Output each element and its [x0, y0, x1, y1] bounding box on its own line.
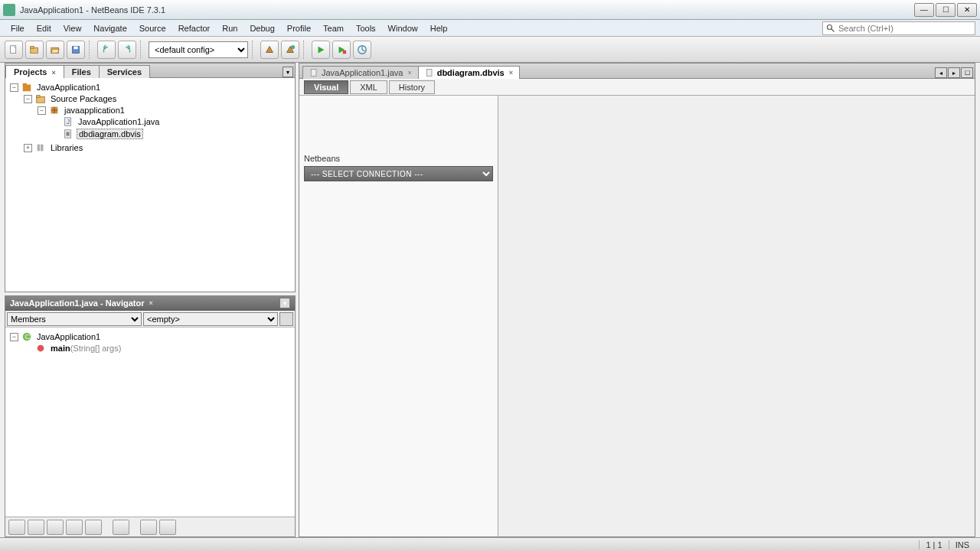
editor-next-button[interactable]: ▸ — [948, 67, 960, 78]
menu-source[interactable]: Source — [133, 21, 172, 35]
java-file-icon: J — [63, 116, 74, 127]
navigator-filter-button[interactable] — [279, 312, 293, 326]
navigator-header: JavaApplication1.java - Navigator × ▾ — [5, 296, 295, 311]
nav-filter-button-3[interactable] — [47, 520, 64, 535]
menu-file[interactable]: File — [5, 21, 31, 35]
svg-point-26 — [38, 345, 44, 352]
build-button[interactable] — [260, 41, 279, 59]
menu-window[interactable]: Window — [382, 21, 424, 35]
menu-bar: File Edit View Navigate Source Refactor … — [0, 20, 980, 37]
projects-panel: Projects× Files Services ▾ − JavaApplica… — [5, 63, 296, 292]
diagram-canvas[interactable] — [498, 96, 975, 536]
class-node[interactable]: − C JavaApplication1 main(String[] args) — [10, 331, 292, 355]
new-project-button[interactable] — [25, 41, 44, 59]
method-node[interactable]: main(String[] args) — [24, 342, 292, 354]
window-title: JavaApplication1 - NetBeans IDE 7.3.1 — [20, 5, 914, 15]
svg-text:J: J — [66, 117, 70, 126]
tab-files[interactable]: Files — [64, 65, 100, 78]
app-icon — [3, 4, 15, 16]
editor-area: JavaApplication1.java × dbdiagram.dbvis … — [299, 63, 975, 537]
close-button[interactable]: ✕ — [957, 3, 977, 17]
menu-run[interactable]: Run — [216, 21, 243, 35]
projects-tree[interactable]: − JavaApplication1 − Source Packages − — [5, 78, 295, 292]
editor-tab-dbvis[interactable]: dbdiagram.dbvis × — [418, 66, 520, 79]
nav-filter-button-5[interactable] — [85, 520, 102, 535]
close-icon[interactable]: × — [509, 69, 513, 77]
nav-filter-button-4[interactable] — [66, 520, 83, 535]
folder-icon — [35, 93, 46, 104]
nav-filter-button-2[interactable] — [28, 520, 44, 535]
libraries-node[interactable]: + Libraries — [24, 142, 292, 154]
editor-maximize-button[interactable]: ☐ — [961, 67, 973, 78]
cursor-position: 1 | 1 — [919, 540, 948, 549]
nav-filter-button-1[interactable] — [8, 520, 25, 535]
minimize-button[interactable]: — — [914, 3, 934, 17]
dbvis-file-icon — [63, 129, 74, 139]
clean-build-button[interactable] — [281, 41, 299, 59]
run-button[interactable] — [312, 41, 330, 59]
panel-minimize-button[interactable]: ▾ — [283, 67, 293, 77]
project-node[interactable]: − JavaApplication1 − Source Packages − — [10, 81, 292, 155]
svg-point-8 — [291, 44, 295, 48]
sub-tab-history[interactable]: History — [389, 80, 435, 94]
sub-tab-visual[interactable]: Visual — [304, 80, 348, 94]
svg-point-0 — [828, 24, 832, 29]
navigator-tree[interactable]: − C JavaApplication1 main(String[] args) — [5, 328, 295, 517]
class-icon: C — [21, 331, 32, 342]
sub-tab-xml[interactable]: XML — [350, 80, 387, 94]
menu-help[interactable]: Help — [424, 21, 454, 35]
insert-mode[interactable]: INS — [949, 540, 975, 549]
dbvis-file-node[interactable]: dbdiagram.dbvis — [51, 128, 292, 140]
profile-button[interactable] — [353, 41, 371, 59]
connection-select[interactable]: --- SELECT CONNECTION --- — [304, 166, 493, 181]
source-packages-node[interactable]: − Source Packages − javaapplication1 — [24, 93, 292, 142]
collapse-icon[interactable]: − — [24, 95, 32, 103]
editor-body: Netbeans --- SELECT CONNECTION --- — [299, 96, 975, 536]
quick-search[interactable] — [822, 21, 975, 35]
nav-filter-button-8[interactable] — [159, 520, 176, 535]
method-icon — [35, 343, 46, 354]
maximize-button[interactable]: ☐ — [936, 3, 956, 17]
java-file-node[interactable]: J JavaApplication1.java — [51, 116, 292, 128]
svg-rect-2 — [11, 45, 16, 53]
menu-debug[interactable]: Debug — [243, 21, 280, 35]
debug-button[interactable] — [332, 41, 351, 59]
tab-services[interactable]: Services — [99, 65, 150, 78]
tab-projects[interactable]: Projects× — [5, 65, 64, 78]
collapse-icon[interactable]: − — [10, 83, 18, 92]
status-bar: 1 | 1 INS — [0, 537, 980, 551]
editor-prev-button[interactable]: ◂ — [935, 67, 947, 78]
menu-edit[interactable]: Edit — [31, 21, 57, 35]
navigator-footer — [5, 517, 295, 536]
undo-button[interactable] — [97, 41, 116, 59]
menu-navigate[interactable]: Navigate — [87, 21, 132, 35]
menu-view[interactable]: View — [57, 21, 88, 35]
svg-rect-23 — [41, 145, 44, 152]
redo-button[interactable] — [118, 41, 136, 59]
panel-minimize-button[interactable]: ▾ — [279, 298, 290, 308]
run-config-select[interactable]: <default config> — [149, 41, 248, 58]
menu-team[interactable]: Team — [317, 21, 350, 35]
nav-filter-button-6[interactable] — [113, 520, 129, 535]
menu-tools[interactable]: Tools — [350, 21, 382, 35]
svg-rect-12 — [23, 83, 27, 86]
package-node[interactable]: − javaapplication1 J JavaApplication1.ja… — [38, 104, 292, 141]
save-all-button[interactable] — [67, 41, 85, 59]
collapse-icon[interactable]: − — [10, 333, 18, 341]
menu-profile[interactable]: Profile — [281, 21, 317, 35]
java-file-icon — [309, 68, 318, 77]
menu-refactor[interactable]: Refactor — [172, 21, 217, 35]
new-file-button[interactable] — [5, 41, 23, 59]
close-icon[interactable]: × — [407, 69, 411, 77]
close-icon[interactable]: × — [149, 299, 152, 307]
svg-rect-4 — [31, 46, 34, 48]
close-icon[interactable]: × — [51, 69, 55, 77]
navigator-filter-select[interactable]: <empty> — [143, 312, 278, 326]
open-project-button[interactable] — [46, 41, 64, 59]
expand-icon[interactable]: + — [24, 144, 32, 152]
editor-tab-java[interactable]: JavaApplication1.java × — [302, 66, 419, 79]
navigator-view-select[interactable]: Members — [7, 312, 142, 326]
nav-filter-button-7[interactable] — [140, 520, 157, 535]
search-input[interactable] — [838, 24, 972, 33]
collapse-icon[interactable]: − — [38, 106, 46, 115]
